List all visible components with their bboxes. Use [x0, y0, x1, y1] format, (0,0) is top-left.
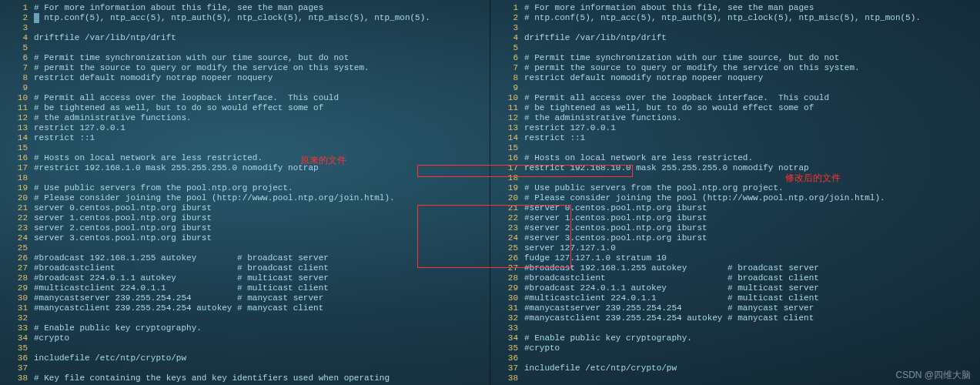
code-line[interactable]: 27#broadcastclient # broadcast client [0, 263, 490, 273]
code-line[interactable]: 25server 127.127.1.0 [490, 243, 980, 253]
code-line[interactable]: 16# Hosts on local network are less rest… [0, 153, 490, 163]
code-line[interactable]: 20# Please consider joining the pool (ht… [490, 193, 980, 203]
code-line[interactable]: 32 [0, 313, 490, 323]
line-number: 14 [490, 133, 524, 143]
code-line[interactable]: 9 [0, 83, 490, 93]
code-line[interactable]: 21server 0.centos.pool.ntp.org iburst [0, 203, 490, 213]
code-line[interactable]: 15 [490, 143, 980, 153]
line-number: 9 [490, 83, 524, 93]
code-line[interactable]: 19# Use public servers from the pool.ntp… [0, 183, 490, 193]
line-number: 24 [490, 233, 524, 243]
code-line[interactable]: 31#manycastclient 239.255.254.254 autoke… [0, 303, 490, 313]
code-line[interactable]: 12# the administrative functions. [0, 113, 490, 123]
code-text: # Please consider joining the pool (http… [524, 193, 885, 203]
code-text: # Permit time synchronization with our t… [524, 53, 839, 63]
code-line[interactable]: 14restrict ::1 [0, 133, 490, 143]
code-line[interactable]: 1# For more information about this file,… [0, 3, 490, 13]
code-line[interactable]: 26#broadcast 192.168.1.255 autokey # bro… [0, 253, 490, 263]
code-line[interactable]: 32#manycastclient 239.255.254.254 autoke… [490, 313, 980, 323]
editor-split-view: 1# For more information about this file,… [0, 0, 980, 385]
line-number: 35 [490, 343, 524, 353]
code-line[interactable]: 13restrict 127.0.0.1 [0, 123, 490, 133]
code-line[interactable]: 29#multicastclient 224.0.1.1 # multicast… [0, 283, 490, 293]
code-line[interactable]: 4driftfile /var/lib/ntp/drift [0, 33, 490, 43]
code-line[interactable]: 17#restrict 192.168.1.0 mask 255.255.255… [0, 163, 490, 173]
code-line[interactable]: 9 [490, 83, 980, 93]
code-line[interactable]: 35#crypto [490, 343, 980, 353]
code-line[interactable]: 14restrict ::1 [490, 133, 980, 143]
code-line[interactable]: 16# Hosts on local network are less rest… [490, 153, 980, 163]
code-line[interactable]: 6# Permit time synchronization with our … [490, 53, 980, 63]
line-number: 13 [490, 123, 524, 133]
code-line[interactable]: 22server 1.centos.pool.ntp.org iburst [0, 213, 490, 223]
line-number: 12 [0, 113, 34, 123]
line-number: 16 [490, 153, 524, 163]
right-editor-pane[interactable]: 1# For more information about this file,… [490, 0, 980, 385]
code-text: #broadcast 224.0.1.1 autokey # multicast… [34, 273, 329, 283]
code-line[interactable]: 3 [0, 23, 490, 33]
code-line[interactable]: 27#broadcast 192.168.1.255 autokey # bro… [490, 263, 980, 273]
code-text: #crypto [34, 333, 69, 343]
code-text: restrict ::1 [524, 133, 585, 143]
code-line[interactable]: 17restrict 192.168.10.0 mask 255.255.255… [490, 163, 980, 173]
code-line[interactable]: 35 [0, 343, 490, 353]
code-line[interactable]: 38# Key file containing the keys and key… [0, 373, 490, 383]
code-text: driftfile /var/lib/ntp/drift [34, 33, 176, 43]
code-line[interactable]: 23server 2.centos.pool.ntp.org iburst [0, 223, 490, 233]
code-line[interactable]: 12# the administrative functions. [490, 113, 980, 123]
code-line[interactable]: 24#server 3.centos.pool.ntp.org iburst [490, 233, 980, 243]
code-line[interactable]: 20# Please consider joining the pool (ht… [0, 193, 490, 203]
code-line[interactable]: 3 [490, 23, 980, 33]
code-line[interactable]: 18 [0, 173, 490, 183]
code-line[interactable]: 23#server 2.centos.pool.ntp.org iburst [490, 223, 980, 233]
line-number: 26 [490, 253, 524, 263]
code-line[interactable]: 26fudge 127.127.1.0 stratum 10 [490, 253, 980, 263]
code-line[interactable]: 30#manycastserver 239.255.254.254 # many… [0, 293, 490, 303]
code-line[interactable]: 19# Use public servers from the pool.ntp… [490, 183, 980, 193]
code-line[interactable]: 7# permit the source to query or modify … [0, 63, 490, 73]
code-line[interactable]: 8restrict default nomodify notrap nopeer… [490, 73, 980, 83]
code-line[interactable]: 18 [490, 173, 980, 183]
code-line[interactable]: 5 [0, 43, 490, 53]
code-line[interactable]: 28#broadcast 224.0.1.1 autokey # multica… [0, 273, 490, 283]
line-number: 10 [0, 93, 34, 103]
code-text: #broadcast 224.0.1.1 autokey # multicast… [524, 283, 819, 293]
code-line[interactable]: 2# ntp.conf(5), ntp_acc(5), ntp_auth(5),… [0, 13, 490, 23]
code-line[interactable]: 7# permit the source to query or modify … [490, 63, 980, 73]
left-editor-pane[interactable]: 1# For more information about this file,… [0, 0, 490, 385]
code-line[interactable]: 13restrict 127.0.0.1 [490, 123, 980, 133]
line-number: 6 [490, 53, 524, 63]
code-line[interactable]: 10# Permit all access over the loopback … [0, 93, 490, 103]
code-text: # be tightened as well, but to do so wou… [524, 103, 814, 113]
code-line[interactable]: 34# Enable public key cryptography. [490, 333, 980, 343]
code-line[interactable]: 15 [0, 143, 490, 153]
code-line[interactable]: 25 [0, 243, 490, 253]
code-line[interactable]: 33# Enable public key cryptography. [0, 323, 490, 333]
code-text: # Enable public key cryptography. [524, 333, 692, 343]
code-line[interactable]: 36includefile /etc/ntp/crypto/pw [0, 353, 490, 363]
code-line[interactable]: 28#broadcastclient # broadcast client [490, 273, 980, 283]
code-line[interactable]: 30#multicastclient 224.0.1.1 # multicast… [490, 293, 980, 303]
line-number: 32 [0, 313, 34, 323]
code-line[interactable]: 36 [490, 353, 980, 363]
code-line[interactable]: 33 [490, 323, 980, 333]
code-line[interactable]: 11# be tightened as well, but to do so w… [490, 103, 980, 113]
code-text: includefile /etc/ntp/crypto/pw [34, 353, 186, 363]
code-line[interactable]: 10# Permit all access over the loopback … [490, 93, 980, 103]
code-line[interactable]: 11# be tightened as well, but to do so w… [0, 103, 490, 113]
code-line[interactable]: 29#broadcast 224.0.1.1 autokey # multica… [490, 283, 980, 293]
code-line[interactable]: 22#server 1.centos.pool.ntp.org iburst [490, 213, 980, 223]
code-line[interactable]: 21#server 0.centos.pool.ntp.org iburst [490, 203, 980, 213]
code-line[interactable]: 24server 3.centos.pool.ntp.org iburst [0, 233, 490, 243]
code-line[interactable]: 1# For more information about this file,… [490, 3, 980, 13]
code-line[interactable]: 31#manycastserver 239.255.254.254 # many… [490, 303, 980, 313]
code-line[interactable]: 4driftfile /var/lib/ntp/drift [490, 33, 980, 43]
code-line[interactable]: 37 [0, 363, 490, 373]
line-number: 15 [0, 143, 34, 153]
code-line[interactable]: 8restrict default nomodify notrap nopeer… [0, 73, 490, 83]
code-line[interactable]: 34#crypto [0, 333, 490, 343]
code-line[interactable]: 6# Permit time synchronization with our … [0, 53, 490, 63]
code-line[interactable]: 5 [490, 43, 980, 53]
code-line[interactable]: 2# ntp.conf(5), ntp_acc(5), ntp_auth(5),… [490, 13, 980, 23]
line-number: 21 [0, 203, 34, 213]
